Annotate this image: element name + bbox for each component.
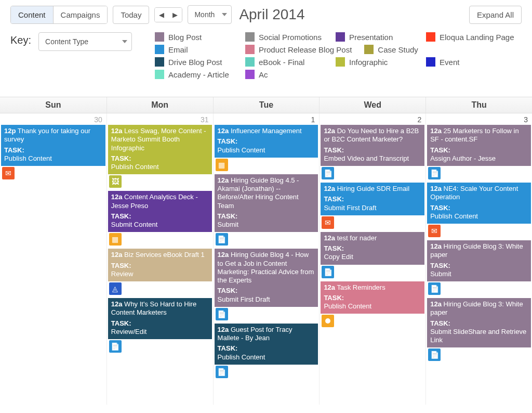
legend-filter-select[interactable]: Content Type xyxy=(38,32,132,51)
prev-arrow-icon[interactable]: ◀ xyxy=(155,8,168,22)
tab-campaigns[interactable]: Campaigns xyxy=(53,6,108,23)
next-arrow-icon[interactable]: ▶ xyxy=(168,8,182,22)
legend-item[interactable]: Event xyxy=(426,57,504,67)
legend-item[interactable]: Eloqua Landing Page xyxy=(426,32,514,42)
calendar-event[interactable]: 12a NE4: Scale Your Content OperationTAS… xyxy=(427,183,531,224)
legend-swatch xyxy=(245,32,255,42)
legend-item[interactable]: Email xyxy=(155,45,233,54)
document-icon: 📄 xyxy=(216,308,228,320)
event-icon-wrap: 📄 xyxy=(322,266,425,278)
presentation-icon: ▦ xyxy=(109,233,122,246)
calendar-event[interactable]: 12a Content Analytics Deck - Jesse Preso… xyxy=(108,191,212,232)
legend-label: Email xyxy=(168,45,188,54)
calendar-event[interactable]: 12a Hiring Guide Blog 3: White paperTASK… xyxy=(427,298,531,347)
calendar-event[interactable]: 12a Influencer ManagementTASK:Publish Co… xyxy=(215,125,318,158)
legend-label: Eloqua Landing Page xyxy=(440,33,514,42)
calendar-event[interactable]: 12a test for naderTASK:Copy Edit xyxy=(321,232,424,265)
event-icon-wrap: 📄 xyxy=(428,167,532,179)
event-icon-wrap: ◬ xyxy=(109,282,213,295)
event-icon-wrap: 📄 xyxy=(428,282,532,295)
calendar-body: 3012p Thank you for taking our surveyTAS… xyxy=(0,113,532,405)
event-task-text: Publish Content xyxy=(111,163,209,171)
event-task-label: TASK: xyxy=(111,262,209,270)
calendar-event[interactable]: 12a Why It's So Hard to Hire Content Mar… xyxy=(108,298,212,339)
legend-item[interactable]: Infographic xyxy=(336,57,414,67)
legend-item[interactable]: Blog Post xyxy=(155,32,233,42)
date-number: 30 xyxy=(0,113,107,125)
event-task-text: Submit xyxy=(218,221,315,229)
event-task-label: TASK: xyxy=(4,146,102,154)
legend-label: Ac xyxy=(259,70,268,79)
day-header: Wed xyxy=(319,97,425,113)
event-time: 12a xyxy=(324,234,335,242)
calendar-event[interactable]: 12a Less Swag, More Content - Marketo Su… xyxy=(108,125,212,174)
calendar-event[interactable]: 12p Thank you for taking our surveyTASK:… xyxy=(1,125,105,166)
legend-swatch xyxy=(155,32,164,42)
calendar-day-column: 212a Do You Need to Hire a B2B or B2C Co… xyxy=(319,113,425,405)
view-select[interactable]: Month xyxy=(188,5,232,24)
document-icon: 📄 xyxy=(109,340,122,353)
document-icon: 📄 xyxy=(428,349,441,361)
legend-items: Blog PostSocial PromotionsPresentationEl… xyxy=(139,32,522,79)
tab-content[interactable]: Content xyxy=(11,6,53,23)
event-task-label: TASK: xyxy=(218,287,315,295)
event-title: test for nader xyxy=(335,234,377,242)
calendar-day-column: 312a 25 Marketers to Follow in SF - cont… xyxy=(425,113,532,405)
calendar-event[interactable]: 12a Biz Services eBook Draft 1TASK:Revie… xyxy=(108,249,212,281)
legend-label: Infographic xyxy=(349,58,388,67)
event-icon-wrap: 🖼 xyxy=(109,175,213,188)
legend-label: Case Study xyxy=(378,45,418,54)
event-time: 12a xyxy=(430,300,442,308)
today-button[interactable]: Today xyxy=(113,6,149,24)
calendar-event[interactable]: 12a Hiring Guide Blog 4.5 - Akamai (Jona… xyxy=(215,174,318,233)
calendar-event[interactable]: 12a Do You Need to Hire a B2B or B2C Con… xyxy=(321,125,424,166)
calendar-event[interactable]: 12a Task RemindersTASK:Publish Content xyxy=(321,281,424,314)
calendar-event[interactable]: 12a Guest Post for Tracy Mallete - By Je… xyxy=(215,324,318,365)
period-title: April 2014 xyxy=(239,6,464,23)
legend-item[interactable]: Social Promotions xyxy=(245,32,323,42)
legend-item[interactable]: Ac xyxy=(245,70,323,79)
event-time: 12a xyxy=(324,283,335,291)
legend-item[interactable]: eBook - Final xyxy=(245,57,323,67)
legend-item[interactable]: Presentation xyxy=(336,32,414,42)
presentation-icon: ▦ xyxy=(216,159,228,171)
event-time: 12a xyxy=(111,300,123,308)
event-task-text: Copy Edit xyxy=(324,253,421,261)
event-icon-wrap: 📄 xyxy=(216,308,320,320)
event-task-text: Review xyxy=(111,270,209,278)
calendar-event[interactable]: 12a Hiring Guide Blog 4 - How to Get a J… xyxy=(215,249,318,307)
event-title: Task Reminders xyxy=(335,283,385,291)
event-task-label: TASK: xyxy=(324,195,421,203)
calendar-day-column: 3112a Less Swag, More Content - Marketo … xyxy=(107,113,213,405)
event-task-label: TASK: xyxy=(324,146,421,154)
legend-label: Product Release Blog Post xyxy=(259,45,352,54)
legend-swatch xyxy=(426,32,435,42)
event-title: Influencer Management xyxy=(229,127,301,135)
document-icon: 📄 xyxy=(322,167,334,179)
calendar-event[interactable]: 12a Hiring Guide Blog 3: White paperTASK… xyxy=(427,240,531,281)
event-title: Content Analytics Deck - Jesse Preso xyxy=(111,193,198,209)
event-time: 12a xyxy=(218,127,229,135)
day-header: Thu xyxy=(425,97,532,113)
legend-key-label: Key: xyxy=(10,34,31,46)
event-task-label: TASK: xyxy=(430,319,528,328)
legend-item[interactable]: Product Release Blog Post xyxy=(245,45,352,54)
event-task-text: Publish Content xyxy=(324,302,421,311)
event-task-text: Publish Content xyxy=(218,146,315,154)
chevron-down-icon xyxy=(122,40,127,43)
calendar-event[interactable]: 12a 25 Marketers to Follow in SF - conte… xyxy=(427,125,531,166)
legend-item[interactable]: Case Study xyxy=(364,45,442,54)
calendar-event[interactable]: 12a Hiring Guide SDR EmailTASK:Submit Fi… xyxy=(321,183,424,215)
legend-swatch xyxy=(155,57,164,67)
legend-swatch xyxy=(245,57,255,67)
event-time: 12a xyxy=(430,185,442,192)
expand-all-button[interactable]: Expand All xyxy=(469,6,522,24)
event-task-text: Publish Content xyxy=(430,212,528,221)
event-time: 12a xyxy=(111,193,123,201)
legend-item[interactable]: Drive Blog Post xyxy=(155,57,233,67)
legend-item[interactable]: Academy - Article xyxy=(155,70,233,79)
calendar-toolbar: Content Campaigns Today ◀ ▶ Month April … xyxy=(0,0,532,24)
event-icon-wrap: 📄 xyxy=(322,167,425,179)
mail-icon: ✉ xyxy=(428,225,441,237)
event-time: 12a xyxy=(430,127,442,135)
